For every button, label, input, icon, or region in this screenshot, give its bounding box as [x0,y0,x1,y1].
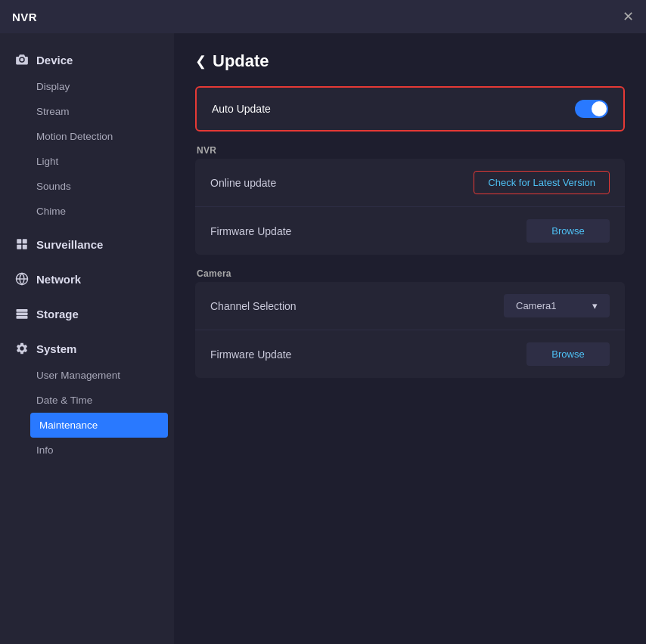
online-update-label: Online update [210,177,276,189]
sidebar-header-device[interactable]: Device [0,45,174,74]
svg-rect-6 [17,309,28,312]
check-version-button[interactable]: Check for Latest Version [474,171,610,194]
sidebar-label-device: Device [36,54,73,67]
sidebar-header-network[interactable]: Network [0,265,174,293]
sidebar-label-storage: Storage [36,308,79,320]
sidebar-section-surveillance: Surveillance [0,230,174,259]
camera-browse-button[interactable]: Browse [526,342,610,366]
content-area: ❮ Update Auto Update NVR Online update C… [174,33,646,644]
sidebar-item-user-management[interactable]: User Management [0,363,174,388]
auto-update-row: Auto Update [195,86,625,132]
camera-icon [15,53,29,67]
camera-firmware-row: Firmware Update Browse [195,330,625,378]
svg-rect-7 [17,313,28,316]
camera-section-box: Channel Selection Camera1 ▾ Firmware Upd… [195,282,625,378]
sidebar-header-system[interactable]: System [0,334,174,363]
nvr-section-box: Online update Check for Latest Version F… [195,159,625,255]
sidebar-item-sounds[interactable]: Sounds [0,174,174,199]
sidebar-item-light[interactable]: Light [0,149,174,174]
channel-select-value: Camera1 [516,300,556,311]
svg-rect-3 [23,245,27,249]
title-bar: NVR ✕ [0,0,646,33]
sidebar-item-maintenance[interactable]: Maintenance [30,413,168,438]
sidebar-section-system: System User Management Date & Time Maint… [0,334,174,463]
channel-select-dropdown[interactable]: Camera1 ▾ [504,294,610,317]
gear-icon [15,342,29,355]
auto-update-label: Auto Update [212,103,271,115]
close-button[interactable]: ✕ [623,10,634,23]
sidebar: Device Display Stream Motion Detection L… [0,33,174,644]
channel-selection-label: Channel Selection [210,300,297,312]
sidebar-item-stream[interactable]: Stream [0,99,174,124]
nvr-firmware-row: Firmware Update Browse [195,207,625,255]
svg-rect-0 [17,239,21,243]
sidebar-section-network: Network [0,265,174,293]
sidebar-item-info[interactable]: Info [0,438,174,463]
sidebar-item-date-time[interactable]: Date & Time [0,388,174,413]
page-title: Update [213,51,269,71]
main-layout: Device Display Stream Motion Detection L… [0,33,646,644]
sidebar-item-motion-detection[interactable]: Motion Detection [0,124,174,149]
online-update-row: Online update Check for Latest Version [195,159,625,207]
camera-section-label: Camera [195,268,625,279]
channel-selection-row: Channel Selection Camera1 ▾ [195,282,625,330]
nvr-firmware-label: Firmware Update [210,225,291,237]
app-window: NVR ✕ Device Display [0,0,646,644]
auto-update-toggle[interactable] [575,100,608,118]
svg-rect-2 [17,245,21,249]
globe-icon [15,272,29,286]
nvr-browse-button[interactable]: Browse [526,219,610,243]
back-arrow-icon[interactable]: ❮ [195,53,207,70]
sidebar-label-surveillance: Surveillance [36,238,103,251]
sidebar-header-surveillance[interactable]: Surveillance [0,230,174,259]
app-title: NVR [12,11,37,23]
sidebar-label-system: System [36,342,76,355]
camera-firmware-label: Firmware Update [210,348,291,361]
page-header: ❮ Update [195,51,625,71]
storage-icon [15,307,29,320]
sidebar-label-network: Network [36,273,81,286]
sidebar-item-chime[interactable]: Chime [0,199,174,224]
sidebar-item-display[interactable]: Display [0,74,174,99]
sidebar-section-storage: Storage [0,299,174,328]
sidebar-section-device: Device Display Stream Motion Detection L… [0,45,174,224]
svg-rect-1 [23,239,27,243]
sidebar-header-storage[interactable]: Storage [0,299,174,328]
nvr-section-label: NVR [195,145,625,156]
shield-icon [15,237,29,251]
chevron-down-icon: ▾ [592,300,598,311]
svg-rect-8 [17,316,28,319]
